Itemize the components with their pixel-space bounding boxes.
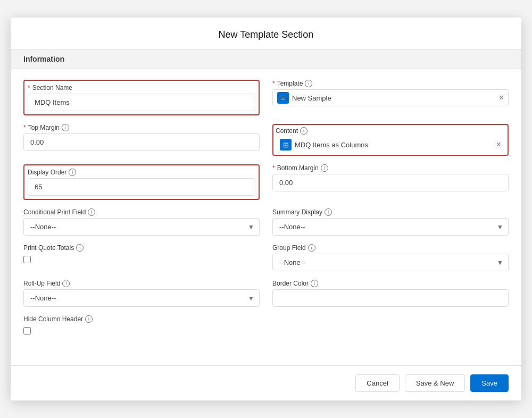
display-order-input[interactable]: [28, 178, 255, 196]
form-group-top-margin: * Top Margin i: [23, 124, 260, 156]
group-field-info-icon: i: [308, 244, 315, 252]
top-margin-input[interactable]: [23, 133, 260, 151]
hide-column-checkbox-group: [23, 327, 260, 335]
top-margin-info-icon: i: [62, 124, 69, 131]
form-row-2: * Top Margin i Content i ⊞ MDQ Items as …: [23, 124, 509, 156]
rollup-select-wrapper: --None-- ▼: [23, 289, 260, 307]
template-info-icon: i: [305, 80, 312, 87]
bottom-margin-info-icon: i: [321, 164, 328, 172]
modal-title: New Template Section: [11, 18, 521, 49]
template-chip-icon: ≡: [277, 92, 289, 104]
form-row-1: * Section Name * Template i ≡ New Sample…: [23, 80, 509, 115]
save-button[interactable]: Save: [470, 374, 509, 392]
border-color-input[interactable]: [272, 289, 509, 307]
form-row-3: Display Order i * Bottom Margin i: [23, 164, 509, 200]
top-margin-label: * Top Margin i: [23, 124, 260, 131]
form-group-print-quote: Print Quote Totals i: [23, 244, 260, 271]
print-quote-label: Print Quote Totals i: [23, 244, 260, 252]
section-name-required: *: [28, 84, 30, 91]
bottom-margin-input[interactable]: [272, 174, 509, 191]
rollup-info-icon: i: [62, 280, 70, 287]
modal-footer: Cancel Save & New Save: [11, 365, 521, 400]
hide-column-checkbox[interactable]: [23, 327, 31, 335]
form-group-content: Content i ⊞ MDQ Items as Columns ×: [272, 124, 509, 156]
content-chip[interactable]: ⊞ MDQ Items as Columns ×: [276, 137, 505, 153]
bottom-margin-required: *: [272, 164, 275, 172]
form-group-display-order: Display Order i: [23, 164, 260, 200]
save-new-button[interactable]: Save & New: [405, 374, 466, 392]
bottom-margin-label: * Bottom Margin i: [272, 164, 509, 172]
display-order-highlight: Display Order i: [23, 164, 260, 200]
form-group-rollup: Roll-Up Field i --None-- ▼: [23, 280, 260, 307]
border-color-info-icon: i: [311, 280, 318, 287]
conditional-print-label: Conditional Print Field i: [23, 208, 260, 216]
display-order-label: Display Order i: [28, 169, 255, 176]
summary-display-select-wrapper: --None-- ▼: [272, 218, 509, 236]
rollup-label: Roll-Up Field i: [23, 280, 260, 287]
conditional-print-select-wrapper: --None-- ▼: [23, 218, 260, 236]
cancel-button[interactable]: Cancel: [355, 374, 399, 392]
form-row-7: Hide Column Header i: [23, 315, 509, 335]
form-group-border-color: Border Color i: [272, 280, 509, 307]
rollup-select[interactable]: --None--: [23, 289, 260, 307]
section-name-input[interactable]: [28, 94, 255, 111]
content-chip-close[interactable]: ×: [496, 140, 501, 149]
form-row-5: Print Quote Totals i Group Field i --Non…: [23, 244, 509, 271]
print-quote-info-icon: i: [76, 244, 84, 252]
group-field-select[interactable]: --None--: [272, 254, 509, 271]
content-highlight: Content i ⊞ MDQ Items as Columns ×: [272, 124, 509, 156]
form-group-hide-column: Hide Column Header i: [23, 315, 260, 335]
modal-container: New Template Section Information * Secti…: [11, 18, 521, 400]
border-color-label: Border Color i: [272, 280, 509, 287]
print-quote-checkbox-group: [23, 256, 260, 263]
form-group-template: * Template i ≡ New Sample ×: [272, 80, 509, 115]
template-chip-close[interactable]: ×: [499, 94, 504, 102]
summary-display-info-icon: i: [325, 208, 332, 216]
form-group-section-name: * Section Name: [23, 80, 260, 115]
form-body: * Section Name * Template i ≡ New Sample…: [11, 69, 521, 365]
template-chip-text: New Sample: [292, 94, 496, 102]
form-group-empty: [272, 315, 509, 335]
content-label: Content i: [276, 127, 505, 135]
conditional-print-info-icon: i: [88, 208, 95, 216]
top-margin-required: *: [23, 124, 26, 131]
form-group-conditional-print: Conditional Print Field i --None-- ▼: [23, 208, 260, 236]
summary-display-select[interactable]: --None--: [272, 218, 509, 236]
form-row-4: Conditional Print Field i --None-- ▼ Sum…: [23, 208, 509, 236]
print-quote-checkbox[interactable]: [23, 256, 31, 263]
group-field-label: Group Field i: [272, 244, 509, 252]
group-field-select-wrapper: --None-- ▼: [272, 254, 509, 271]
hide-column-info-icon: i: [85, 315, 93, 323]
conditional-print-select[interactable]: --None--: [23, 218, 260, 236]
template-label: * Template i: [272, 80, 509, 87]
summary-display-label: Summary Display i: [272, 208, 509, 216]
section-name-label: * Section Name: [28, 84, 255, 91]
form-group-group-field: Group Field i --None-- ▼: [272, 244, 509, 271]
content-info-icon: i: [300, 127, 307, 135]
content-chip-text: MDQ Items as Columns: [295, 141, 493, 149]
section-header: Information: [11, 49, 521, 69]
template-required: *: [272, 80, 275, 87]
section-name-highlight: * Section Name: [23, 80, 260, 115]
form-row-6: Roll-Up Field i --None-- ▼ Border Color …: [23, 280, 509, 307]
form-group-bottom-margin: * Bottom Margin i: [272, 164, 509, 200]
hide-column-label: Hide Column Header i: [23, 315, 260, 323]
template-chip[interactable]: ≡ New Sample ×: [272, 89, 509, 106]
form-group-summary-display: Summary Display i --None-- ▼: [272, 208, 509, 236]
display-order-info-icon: i: [69, 169, 76, 176]
content-chip-icon: ⊞: [280, 139, 292, 151]
